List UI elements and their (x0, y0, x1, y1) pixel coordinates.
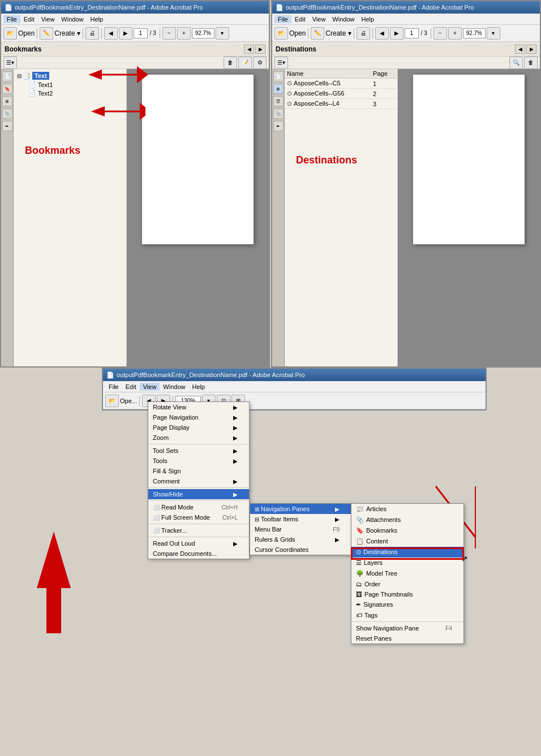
dest-scan[interactable]: 🔍 (509, 57, 523, 69)
menu-rotate[interactable]: Rotate View▶ (148, 402, 249, 412)
menu-window-2[interactable]: Window (329, 15, 358, 23)
sidebar-layers-2[interactable]: ☰ (273, 96, 284, 106)
zoom-in-2[interactable]: + (448, 27, 462, 40)
navpane-content[interactable]: 📋Content (351, 536, 463, 547)
menu-view-1[interactable]: View (38, 15, 58, 23)
page-input-1[interactable] (134, 28, 148, 38)
menu-page-display[interactable]: Page Display▶ (148, 422, 249, 433)
navpane-show-pane[interactable]: Show Navigation Pane F4 (351, 623, 463, 633)
tree-item-text2[interactable]: 📄 Text2 (27, 89, 124, 97)
panel-expand-1[interactable]: ▶ (255, 45, 265, 54)
submenu-rulers[interactable]: Rulers & Grids▶ (250, 534, 351, 545)
sidebar-attach-2[interactable]: 📎 (273, 109, 284, 119)
print-btn-2[interactable]: 🖨 (357, 27, 370, 40)
menu-fullscreen[interactable]: ⬜Full Screen Mode Ctrl+L (148, 512, 249, 522)
dest-options[interactable]: ☰▾ (274, 57, 288, 69)
sidebar-layers-1[interactable]: ⊕ (2, 96, 12, 106)
prev-btn-2[interactable]: ◀ (375, 27, 389, 40)
menu-edit-1[interactable]: Edit (20, 15, 38, 23)
bookmarks-title: Bookmarks (5, 45, 41, 53)
tree-item-text[interactable]: ⊟ 📑 Text (16, 71, 124, 80)
menu-tools[interactable]: Tools▶ (148, 456, 249, 466)
page-input-2[interactable] (405, 28, 419, 38)
bk-options[interactable]: ☰▾ (3, 57, 17, 69)
zoom-out-1[interactable]: − (162, 27, 176, 40)
menu-help-1[interactable]: Help (87, 15, 106, 23)
submenu-toolbar-items[interactable]: ⊟Toolbar Items ▶ (250, 514, 351, 524)
sidebar-sign-1[interactable]: ✒ (2, 121, 12, 131)
zoom-drop-2[interactable]: ▾ (487, 27, 500, 40)
navpane-thumbnails[interactable]: 🖼Page Thumbnails (351, 589, 463, 599)
navpane-signatures[interactable]: ✒Signatures (351, 599, 463, 610)
dest-icon-3: ⊙ (287, 100, 292, 107)
sidebar-pages-2[interactable]: 📄 (273, 71, 284, 81)
navpane-destinations[interactable]: ⊙Destinations (351, 547, 463, 558)
sidebar-dest-2[interactable]: ⊕ (273, 84, 284, 94)
navpane-tags[interactable]: 🏷Tags (351, 610, 463, 620)
sidebar-bookmarks-1[interactable]: 🔖 (2, 84, 12, 94)
create-btn-2[interactable]: ✏️ (311, 27, 324, 40)
panel-collapse-2[interactable]: ◀ (515, 45, 525, 54)
create-btn-1[interactable]: ✏️ (40, 27, 53, 40)
dest-row-1[interactable]: ⊙AsposeCells--C5 1 (285, 79, 397, 89)
menu-read-mode[interactable]: ⬜Read Mode Ctrl+H (148, 502, 249, 512)
submenu-menu-bar[interactable]: Menu Bar F9 (250, 524, 351, 534)
bookmarks-panel: ⊟ 📑 Text 📄 Text1 📄 Text2 (14, 69, 127, 366)
submenu-cursor[interactable]: Cursor Coordinates (250, 545, 351, 555)
tree-label-text: Text (32, 72, 49, 80)
dest-delete[interactable]: 🗑 (524, 57, 538, 69)
navpane-model-tree[interactable]: 🌳Model Tree (351, 568, 463, 579)
menu-tool-sets[interactable]: Tool Sets▶ (148, 446, 249, 456)
zoom-in-1[interactable]: + (177, 27, 191, 40)
show-hide-menu: ⊞Navigation Panes ▶ ⊟Toolbar Items ▶ Men… (250, 503, 351, 555)
menu-view-3[interactable]: View (140, 383, 160, 391)
panel-expand-2[interactable]: ▶ (526, 45, 536, 54)
open-btn-1[interactable]: 📂 (3, 27, 17, 40)
sidebar-pages-1[interactable]: 📄 (2, 71, 12, 81)
next-btn-1[interactable]: ▶ (119, 27, 132, 40)
zoom-drop-1[interactable]: ▾ (216, 27, 229, 40)
menu-help-2[interactable]: Help (358, 15, 377, 23)
menu-view-2[interactable]: View (309, 15, 329, 23)
menu-zoom[interactable]: Zoom▶ (148, 433, 249, 443)
navpane-order[interactable]: 🗂Order (351, 579, 463, 589)
menu-show-hide[interactable]: Show/Hide▶ (148, 489, 249, 499)
dest-row-3[interactable]: ⊙AsposeCells--L4 3 (285, 99, 397, 109)
zoom-1[interactable] (192, 28, 214, 38)
prev-btn-1[interactable]: ◀ (104, 27, 118, 40)
menu-file-3[interactable]: File (105, 383, 122, 391)
menu-read-loud[interactable]: Read Out Loud▶ (148, 538, 249, 548)
menu-compare-docs[interactable]: Compare Documents... (148, 548, 249, 559)
navpane-attachments[interactable]: 📎Attachments (351, 515, 463, 525)
zoom-out-2[interactable]: − (433, 27, 447, 40)
bk-props[interactable]: ⚙ (253, 57, 267, 69)
navpane-layers[interactable]: ☰Layers (351, 558, 463, 568)
zoom-2[interactable] (463, 28, 486, 38)
menu-help-3[interactable]: Help (188, 383, 208, 391)
submenu-nav-panes[interactable]: ⊞Navigation Panes ▶ (250, 504, 351, 514)
menu-edit-2[interactable]: Edit (291, 15, 309, 23)
menu-comment[interactable]: Comment▶ (148, 476, 249, 486)
menu-file-1[interactable]: File (3, 15, 20, 23)
tree-item-text1[interactable]: 📄 Text1 (27, 80, 124, 89)
menu-edit-3[interactable]: Edit (122, 383, 140, 391)
print-btn-1[interactable]: 🖨 (85, 27, 99, 40)
menu-window-1[interactable]: Window (58, 15, 87, 23)
panel-collapse-1[interactable]: ◀ (244, 45, 254, 54)
menu-window-3[interactable]: Window (160, 383, 188, 391)
menu-file-2[interactable]: File (274, 15, 291, 23)
dest-row-2[interactable]: ⊙AsposeCells--G56 2 (285, 89, 397, 99)
menu-tracker[interactable]: ⬜Tracker... (148, 525, 249, 535)
navpane-bookmarks[interactable]: 🔖Bookmarks (351, 525, 463, 536)
navpane-reset[interactable]: Reset Panes (351, 633, 463, 643)
menu-page-nav[interactable]: Page Navigation▶ (148, 412, 249, 422)
bk-delete[interactable]: 🗑 (224, 57, 237, 69)
menu-fill-sign[interactable]: Fill & Sign (148, 466, 249, 476)
next-btn-2[interactable]: ▶ (390, 27, 403, 40)
open-btn-3[interactable]: 📂 (105, 395, 119, 407)
bk-new[interactable]: 📝 (238, 57, 252, 69)
navpane-articles[interactable]: 📰Articles (351, 504, 463, 515)
open-btn-2[interactable]: 📂 (274, 27, 288, 40)
sidebar-sign-2[interactable]: ✒ (273, 121, 284, 131)
sidebar-attach-1[interactable]: 📎 (2, 109, 12, 119)
